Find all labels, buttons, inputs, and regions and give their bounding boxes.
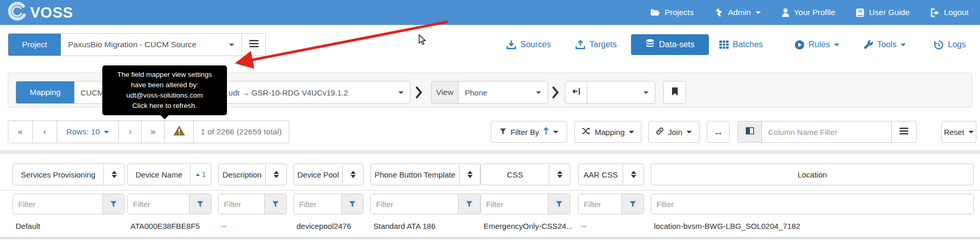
cell-css[interactable]: EmergencyOnly-CSS24... (484, 220, 573, 232)
cell-aar-css[interactable]: -- (581, 220, 586, 232)
revert-icon (572, 87, 581, 98)
tooltip-line: Click here to refresh. (108, 101, 222, 111)
saved-view-dropdown[interactable] (587, 81, 655, 103)
toolbar-datasets[interactable]: Data-sets (631, 34, 709, 55)
filter-funnel-button[interactable] (189, 194, 211, 214)
mapping-button[interactable]: Mapping (16, 81, 74, 103)
voss-swoosh-icon (6, 1, 28, 24)
link-icon (656, 127, 664, 137)
refresh-tooltip[interactable]: The field mapper view settings have been… (102, 65, 227, 115)
sort-asc-icon[interactable]: 1 (190, 164, 211, 185)
warning-indicator[interactable] (165, 121, 194, 143)
nav-projects[interactable]: Projects (650, 8, 694, 17)
filter-input-location[interactable] (651, 194, 973, 214)
cell-services-provisioning[interactable]: Default (16, 220, 41, 232)
page-next-button[interactable]: › (119, 121, 142, 143)
sort-both-icon[interactable] (103, 164, 124, 185)
toolbar-sources[interactable]: Sources (506, 33, 551, 56)
toolbar-targets-label: Targets (589, 40, 616, 49)
column-header-label: Device Pool (294, 164, 342, 185)
filter-input-css[interactable] (481, 194, 548, 214)
column-header-device-name[interactable]: Device Name1 (127, 164, 211, 185)
toolbar-batches[interactable]: Batches (719, 33, 763, 56)
rows-per-page-label: Rows: 10 (66, 127, 100, 137)
reset-button[interactable]: Reset (941, 121, 976, 143)
toolbar-rules[interactable]: Rules (795, 33, 839, 56)
column-menu-button[interactable] (891, 121, 916, 142)
sort-both-icon[interactable] (459, 164, 480, 185)
filter-input-phone-button-template[interactable] (371, 194, 458, 214)
mapping-menu-button[interactable]: Mapping (574, 121, 641, 143)
mouse-cursor (419, 34, 427, 46)
sort-both-icon[interactable] (623, 164, 643, 185)
filter-input-description[interactable] (219, 194, 264, 214)
filter-funnel-button[interactable] (458, 194, 480, 214)
column-header-label: Description (219, 164, 265, 185)
filter-funnel-button[interactable] (102, 194, 124, 214)
project-button[interactable]: Project (8, 34, 61, 56)
column-header-description[interactable]: Description (218, 164, 287, 185)
database-icon (646, 39, 654, 51)
tooltip-line: have been altered by: (108, 80, 222, 90)
nav-user-guide-label: User Guide (869, 8, 909, 17)
cell-description[interactable]: -- (221, 220, 226, 232)
column-header-css[interactable]: CSS (480, 164, 570, 185)
navbar-menu: Projects Admin Your Profile User Guide (650, 0, 980, 25)
column-name-filter-input[interactable] (762, 121, 891, 142)
revert-view-button[interactable] (566, 81, 587, 103)
filter-funnel-button[interactable] (622, 194, 643, 214)
view-dropdown[interactable]: Phone (459, 81, 547, 103)
filter-input-device-name[interactable] (128, 194, 189, 214)
columns-toggle-button[interactable] (738, 121, 762, 142)
page-previous-button[interactable]: ‹ (33, 121, 57, 143)
page-last-button[interactable]: » (142, 121, 165, 143)
toolbar-tools[interactable]: Tools (864, 33, 906, 56)
rows-per-page-dropdown[interactable]: Rows: 10 (57, 121, 119, 143)
sort-both-icon[interactable] (342, 164, 363, 185)
nav-your-profile[interactable]: Your Profile (782, 8, 836, 17)
filter-funnel-button[interactable] (341, 194, 363, 214)
caret-down-icon (398, 91, 404, 94)
filter-input-aar-css[interactable] (579, 194, 622, 214)
page-first-button[interactable]: « (8, 121, 33, 143)
filter-input-services-provisioning[interactable] (13, 194, 102, 214)
filter-funnel-button[interactable] (264, 194, 286, 214)
caret-down-icon (643, 91, 649, 94)
column-header-phone-button-template[interactable]: Phone Button Template (370, 164, 480, 185)
bookmark-icon (672, 87, 678, 98)
cell-device-pool[interactable]: devicepool2476 (297, 220, 351, 232)
cell-location[interactable]: location-bvsm-BWG-LBG_SOL0204_7182 (654, 220, 800, 232)
column-header-location[interactable]: Location (651, 164, 974, 185)
voss-udt-page: VOSS Projects Admin Your Profile (0, 0, 980, 245)
join-button[interactable]: Join (648, 121, 700, 143)
filter-funnel-button[interactable] (548, 194, 570, 214)
project-dropdown[interactable]: PaxusBio Migration - CUCM Source (61, 34, 241, 56)
bookmark-button[interactable] (663, 81, 686, 104)
view-label: View (432, 81, 459, 103)
download-icon (506, 40, 516, 49)
sort-both-icon[interactable] (549, 164, 570, 185)
column-header-services-provisioning[interactable]: Services Provisioning (12, 164, 125, 185)
filter-box-aar-css (578, 194, 644, 214)
project-menu-button[interactable] (241, 34, 265, 56)
nav-logout[interactable]: Logout (931, 8, 969, 17)
column-header-device-pool[interactable]: Device Pool (293, 164, 364, 185)
column-header-aar-css[interactable]: AAR CSS (578, 164, 644, 185)
toolbar-rules-label: Rules (809, 40, 830, 49)
resize-columns-button[interactable]: ↔ (707, 121, 730, 143)
filter-by-button[interactable]: Filter By (491, 121, 567, 143)
sort-both-icon[interactable] (265, 164, 286, 185)
toolbar-logs[interactable]: Logs (934, 33, 966, 56)
nav-user-guide[interactable]: User Guide (856, 8, 909, 17)
voss-logo[interactable]: VOSS (6, 0, 73, 25)
nav-admin[interactable]: Admin (715, 8, 761, 17)
filter-input-device-pool[interactable] (294, 194, 341, 214)
cell-device-name[interactable]: ATA000E38FBE8F5 (130, 220, 200, 232)
mapping-menu-label: Mapping (595, 128, 625, 137)
caret-down-icon (901, 44, 906, 46)
cell-phone-button-template[interactable]: Standard ATA 186 (373, 220, 436, 232)
warning-triangle-icon (173, 125, 185, 139)
filter-box-description (218, 194, 287, 214)
funnel-icon (500, 128, 506, 137)
toolbar-targets[interactable]: Targets (575, 33, 616, 56)
